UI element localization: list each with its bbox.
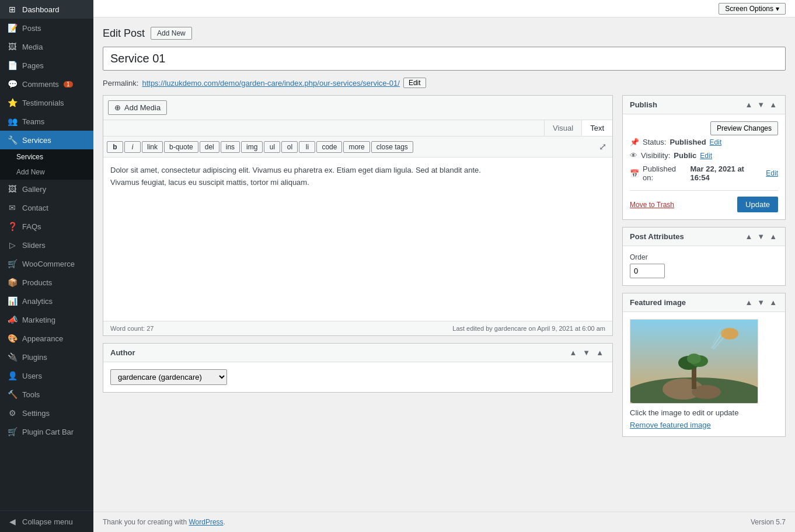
sliders-icon: ▷ xyxy=(7,240,18,250)
published-icon: 📅 xyxy=(630,169,639,178)
editor-expand-button[interactable]: ⤢ xyxy=(597,140,609,153)
sidebar-item-comments[interactable]: 💬 Comments 1 xyxy=(0,75,93,93)
sidebar-subitem-add-new[interactable]: Add New xyxy=(0,164,93,180)
permalink-url[interactable]: https://luzukdemo.com/demo/garden-care/i… xyxy=(142,79,400,88)
featured-image-title: Featured image xyxy=(630,298,686,307)
format-li-button[interactable]: li xyxy=(299,141,315,153)
author-box-header[interactable]: Author ▲ ▼ ▲ xyxy=(103,344,612,362)
sidebar-item-posts[interactable]: 📝 Posts xyxy=(0,19,93,37)
content-sidebar-layout: ⊕ Add Media Visual Text xyxy=(103,95,786,502)
author-box-controls: ▲ ▼ ▲ xyxy=(567,348,605,357)
sidebar-item-products[interactable]: 📦 Products xyxy=(0,273,93,292)
order-input[interactable] xyxy=(630,264,665,278)
top-bar: Screen Options ▾ xyxy=(93,0,795,18)
update-button[interactable]: Update xyxy=(737,197,778,212)
add-new-button[interactable]: Add New xyxy=(151,27,192,40)
post-title-input[interactable] xyxy=(103,47,786,71)
sidebar-item-pages[interactable]: 📄 Pages xyxy=(0,56,93,75)
sidebar-subitem-services[interactable]: Services xyxy=(0,149,93,164)
sidebar-item-faqs[interactable]: ❓ FAQs xyxy=(0,217,93,236)
format-italic-button[interactable]: i xyxy=(124,141,141,153)
post-attrs-collapse-button[interactable]: ▲ xyxy=(768,232,778,241)
format-more-button[interactable]: more xyxy=(343,141,369,153)
featured-image-thumbnail[interactable] xyxy=(630,319,758,404)
sidebar-item-plugins[interactable]: 🔌 Plugins xyxy=(0,348,93,366)
post-attributes-header: Post Attributes ▲ ▼ ▲ xyxy=(623,228,785,246)
media-icon: 🖼 xyxy=(7,42,18,51)
featured-img-down-button[interactable]: ▼ xyxy=(756,298,766,307)
post-attrs-down-button[interactable]: ▼ xyxy=(756,232,766,241)
version-label: Version 5.7 xyxy=(751,518,786,526)
format-del-button[interactable]: del xyxy=(200,141,219,153)
publish-collapse-button[interactable]: ▲ xyxy=(768,100,778,109)
sidebar-item-appearance[interactable]: 🎨 Appearance xyxy=(0,329,93,348)
analytics-icon: 📊 xyxy=(7,296,18,306)
format-bold-button[interactable]: b xyxy=(107,141,123,153)
publish-down-button[interactable]: ▼ xyxy=(756,100,766,109)
sidebar-item-services[interactable]: 🔧 Services xyxy=(0,131,93,149)
status-edit-link[interactable]: Edit xyxy=(710,138,722,146)
sidebar-item-sliders[interactable]: ▷ Sliders xyxy=(0,236,93,254)
sidebar-item-settings[interactable]: ⚙ Settings xyxy=(0,404,93,422)
sidebar-item-testimonials[interactable]: ⭐ Testimonials xyxy=(0,93,93,112)
edit-post-header: Edit Post Add New xyxy=(103,27,786,40)
format-bquote-button[interactable]: b-quote xyxy=(164,141,198,153)
publish-panel-controls: ▲ ▼ ▲ xyxy=(744,100,778,109)
sidebar-item-dashboard[interactable]: ⊞ Dashboard xyxy=(0,0,93,19)
format-ins-button[interactable]: ins xyxy=(221,141,240,153)
sidebar-item-plugin-cart-bar[interactable]: 🛒 Plugin Cart Bar xyxy=(0,422,93,441)
status-value: Published xyxy=(670,138,706,146)
move-to-trash-link[interactable]: Move to Trash xyxy=(630,201,674,209)
faqs-icon: ❓ xyxy=(7,222,18,231)
woocommerce-icon: 🛒 xyxy=(7,259,18,268)
publish-up-button[interactable]: ▲ xyxy=(744,100,754,109)
add-media-button[interactable]: ⊕ Add Media xyxy=(108,100,167,115)
page-body: Edit Post Add New Permalink: https://luz… xyxy=(93,18,795,512)
sidebar-item-contact[interactable]: ✉ Contact xyxy=(0,198,93,217)
sidebar-item-marketing[interactable]: 📣 Marketing xyxy=(0,310,93,329)
visibility-value: Public xyxy=(674,151,696,160)
editor-area: ⊕ Add Media Visual Text xyxy=(103,95,613,502)
format-link-button[interactable]: link xyxy=(142,141,163,153)
status-icon: 📌 xyxy=(630,138,639,146)
wordpress-link[interactable]: WordPress xyxy=(189,518,223,526)
sidebar-item-teams[interactable]: 👥 Teams xyxy=(0,112,93,131)
post-attrs-up-button[interactable]: ▲ xyxy=(744,232,754,241)
contact-icon: ✉ xyxy=(7,203,18,212)
visibility-edit-link[interactable]: Edit xyxy=(700,152,712,160)
editor-tabs-row: Visual Text xyxy=(103,120,612,136)
author-select[interactable]: gardencare (gardencare) xyxy=(110,369,227,385)
published-edit-link[interactable]: Edit xyxy=(766,169,778,177)
posts-icon: 📝 xyxy=(7,23,18,33)
sidebar-item-media[interactable]: 🖼 Media xyxy=(0,37,93,56)
sidebar-item-users[interactable]: 👤 Users xyxy=(0,366,93,385)
remove-featured-image-link[interactable]: Remove featured image xyxy=(630,421,711,429)
sidebar-item-woocommerce[interactable]: 🛒 WooCommerce xyxy=(0,254,93,273)
format-img-button[interactable]: img xyxy=(241,141,263,153)
author-box-collapse-button[interactable]: ▲ xyxy=(594,348,605,357)
publish-panel-body: Preview Changes 📌 Status: Published Edit… xyxy=(623,114,785,219)
author-box-down-button[interactable]: ▼ xyxy=(581,348,592,357)
sidebar-item-gallery[interactable]: 🖼 Gallery xyxy=(0,180,93,198)
visibility-row: 👁 Visibility: Public Edit xyxy=(630,149,778,162)
format-close-tags-button[interactable]: close tags xyxy=(371,141,413,153)
services-icon: 🔧 xyxy=(7,135,18,145)
tab-text[interactable]: Text xyxy=(581,120,612,136)
comments-badge: 1 xyxy=(64,81,73,88)
dashboard-icon: ⊞ xyxy=(7,5,18,14)
format-ol-button[interactable]: ol xyxy=(281,141,298,153)
editor-content[interactable]: Dolor sit amet, consectetur adipiscing e… xyxy=(103,158,612,321)
featured-img-collapse-button[interactable]: ▲ xyxy=(768,298,778,307)
format-code-button[interactable]: code xyxy=(316,141,342,153)
permalink-edit-button[interactable]: Edit xyxy=(403,78,426,88)
publish-panel-header: Publish ▲ ▼ ▲ xyxy=(623,96,785,114)
sidebar-item-analytics[interactable]: 📊 Analytics xyxy=(0,292,93,310)
tab-visual[interactable]: Visual xyxy=(544,120,581,136)
preview-changes-button[interactable]: Preview Changes xyxy=(710,121,778,135)
author-box-up-button[interactable]: ▲ xyxy=(567,348,578,357)
collapse-menu-btn[interactable]: ◀ Collapse menu xyxy=(7,517,86,526)
format-ul-button[interactable]: ul xyxy=(264,141,280,153)
sidebar-item-tools[interactable]: 🔨 Tools xyxy=(0,385,93,404)
screen-options-button[interactable]: Screen Options ▾ xyxy=(719,3,786,15)
featured-img-up-button[interactable]: ▲ xyxy=(744,298,754,307)
